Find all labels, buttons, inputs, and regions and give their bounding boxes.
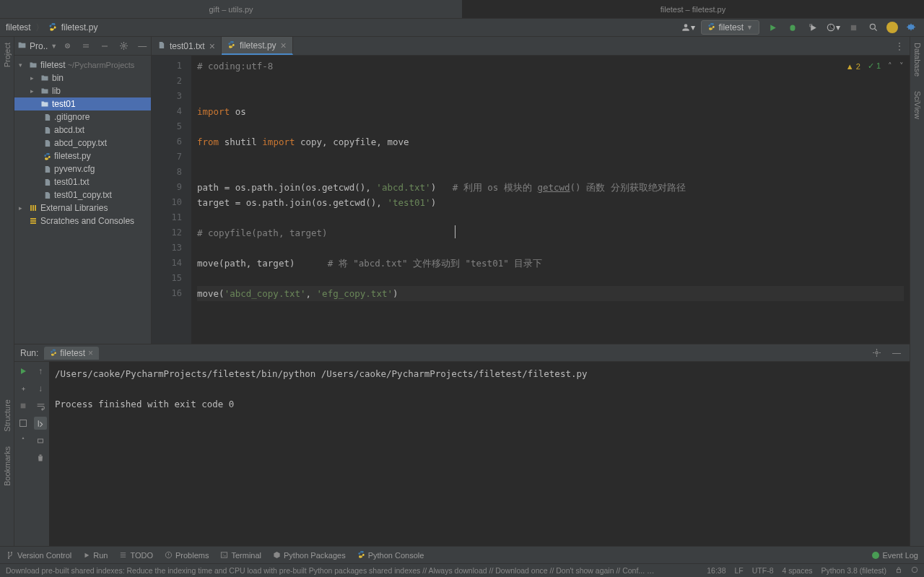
svg-rect-9 xyxy=(38,439,43,443)
sciview-tool-button[interactable]: SciView xyxy=(913,91,922,119)
status-line-separator[interactable]: LF xyxy=(734,566,743,575)
python-console-button[interactable]: Python Console xyxy=(357,550,424,560)
status-time: 16:38 xyxy=(707,566,725,575)
tree-file-filetestpy[interactable]: filetest.py xyxy=(14,149,151,162)
branch-icon[interactable] xyxy=(911,566,918,575)
editor-tab-test01[interactable]: test01.txt × xyxy=(152,37,222,55)
tree-file-abcdcopy[interactable]: abcd_copy.txt xyxy=(14,136,151,149)
folder-icon xyxy=(40,73,50,83)
tree-file-gitignore[interactable]: .gitignore xyxy=(14,110,151,123)
gear-icon[interactable] xyxy=(116,39,131,53)
breadcrumb-file[interactable]: filetest.py xyxy=(61,22,98,32)
tree-label: filetest xyxy=(40,60,66,70)
tree-external-libraries[interactable]: ▸ External Libraries xyxy=(14,201,151,214)
lock-icon[interactable] xyxy=(895,566,902,575)
run-tool-window: Run: filetest × — xyxy=(14,344,910,546)
code-content[interactable]: # coding:utf-8 import os from shutil imp… xyxy=(191,56,910,344)
pin-icon[interactable] xyxy=(17,434,30,447)
window-tabs: gift – utils.py filetest – filetest.py xyxy=(0,0,924,19)
down-icon[interactable]: ↓ xyxy=(34,382,47,395)
inspection-badges[interactable]: ▲ 2 ✓ 1 ˄ ˅ xyxy=(846,61,904,71)
editor-tab-bar: test01.txt × filetest.py × ⋮ xyxy=(152,37,910,56)
run-configuration-selector[interactable]: filetest ▼ xyxy=(701,20,759,35)
chevron-down-icon[interactable]: ˅ xyxy=(899,61,904,71)
warning-badge[interactable]: ▲ 2 xyxy=(846,62,860,71)
python-packages-button[interactable]: Python Packages xyxy=(273,551,346,560)
gear-icon[interactable] xyxy=(869,346,884,360)
version-control-button[interactable]: Version Control xyxy=(6,551,71,560)
editor-tab-filetest[interactable]: filetest.py × xyxy=(222,37,293,55)
file-icon xyxy=(42,112,52,122)
up-icon[interactable]: ↑ xyxy=(34,365,47,378)
structure-tool-button[interactable]: Structure xyxy=(3,399,12,432)
avatar[interactable] xyxy=(886,22,898,33)
status-message[interactable]: Download pre-built shared indexes: Reduc… xyxy=(6,566,655,575)
run-button[interactable] xyxy=(765,20,780,35)
database-tool-button[interactable]: Database xyxy=(913,43,922,77)
stop-button[interactable] xyxy=(846,20,860,35)
text-file-icon xyxy=(42,190,52,200)
text-cursor xyxy=(455,225,456,238)
status-indent[interactable]: 4 spaces xyxy=(783,566,813,575)
tree-folder-bin[interactable]: ▸ bin xyxy=(14,71,151,84)
macos-tab-right[interactable]: filetest – filetest.py xyxy=(462,0,924,18)
ide-settings-icon[interactable] xyxy=(904,20,918,35)
layout-icon[interactable] xyxy=(17,417,30,430)
macos-tab-left[interactable]: gift – utils.py xyxy=(0,0,462,18)
text-file-icon xyxy=(157,41,165,51)
svg-point-10 xyxy=(8,552,9,553)
status-interpreter[interactable]: Python 3.8 (filetest) xyxy=(821,566,886,575)
print-icon[interactable] xyxy=(34,434,47,447)
svg-rect-14 xyxy=(222,552,227,558)
profile-button[interactable]: ▾ xyxy=(826,20,840,35)
tree-folder-lib[interactable]: ▸ lib xyxy=(14,84,151,97)
status-encoding[interactable]: UTF-8 xyxy=(752,566,774,575)
event-log-button[interactable]: Event Log xyxy=(872,551,918,560)
ok-badge[interactable]: ✓ 1 xyxy=(868,61,881,71)
hide-icon[interactable]: — xyxy=(889,346,904,360)
tree-project-root[interactable]: ▾ filetest ~/PycharmProjects xyxy=(14,58,151,71)
svg-point-3 xyxy=(66,44,69,48)
project-tool-button[interactable]: Project xyxy=(3,43,12,67)
chevron-up-icon[interactable]: ˄ xyxy=(888,61,892,71)
terminal-button[interactable]: Terminal xyxy=(220,551,261,560)
todo-button[interactable]: TODO xyxy=(119,551,153,560)
close-icon[interactable]: × xyxy=(209,40,215,52)
run-coverage-button[interactable] xyxy=(806,20,820,35)
svg-point-5 xyxy=(123,45,125,47)
tree-file-test01copy[interactable]: test01_copy.txt xyxy=(14,188,151,201)
project-dropdown-label[interactable]: Pro.. xyxy=(30,41,48,51)
problems-button[interactable]: Problems xyxy=(165,551,209,560)
tree-label: .gitignore xyxy=(54,112,90,122)
select-opened-file-icon[interactable] xyxy=(60,39,74,53)
svg-point-4 xyxy=(66,45,68,46)
tree-scratches[interactable]: Scratches and Consoles xyxy=(14,214,151,227)
debug-button[interactable] xyxy=(785,20,800,35)
stop-icon[interactable] xyxy=(17,382,30,395)
collapse-all-icon[interactable] xyxy=(97,39,112,53)
run-button-bottom[interactable]: Run xyxy=(83,551,108,560)
python-icon xyxy=(50,348,57,358)
user-icon[interactable]: ▾ xyxy=(681,20,695,35)
trash-icon[interactable] xyxy=(34,451,47,464)
scroll-to-end-icon[interactable] xyxy=(34,417,47,430)
hide-icon[interactable]: — xyxy=(135,39,149,53)
code-editor[interactable]: 12345678910111213141516 # coding:utf-8 i… xyxy=(152,56,910,344)
search-icon[interactable] xyxy=(866,20,881,35)
run-output[interactable]: /Users/caoke/PycharmProjects/filetest/bi… xyxy=(49,362,910,546)
softwrap-icon[interactable] xyxy=(34,399,47,412)
tree-file-pyvenv[interactable]: pyvenv.cfg xyxy=(14,162,151,175)
run-tab[interactable]: filetest × xyxy=(44,347,99,360)
tree-file-abcd[interactable]: abcd.txt xyxy=(14,123,151,136)
rerun-icon[interactable] xyxy=(17,365,30,378)
breadcrumb-project[interactable]: filetest xyxy=(6,22,31,32)
bookmarks-tool-button[interactable]: Bookmarks xyxy=(3,446,12,486)
close-icon[interactable]: × xyxy=(88,348,93,358)
tree-folder-test01[interactable]: test01 xyxy=(14,97,151,110)
close-icon[interactable]: × xyxy=(281,40,287,51)
editor-tabs-menu[interactable]: ⋮ xyxy=(895,41,910,51)
stop-button-icon[interactable] xyxy=(17,399,30,412)
tree-file-test01txt[interactable]: test01.txt xyxy=(14,175,151,188)
chevron-right-icon: ▸ xyxy=(30,74,38,82)
expand-all-icon[interactable] xyxy=(79,39,93,53)
